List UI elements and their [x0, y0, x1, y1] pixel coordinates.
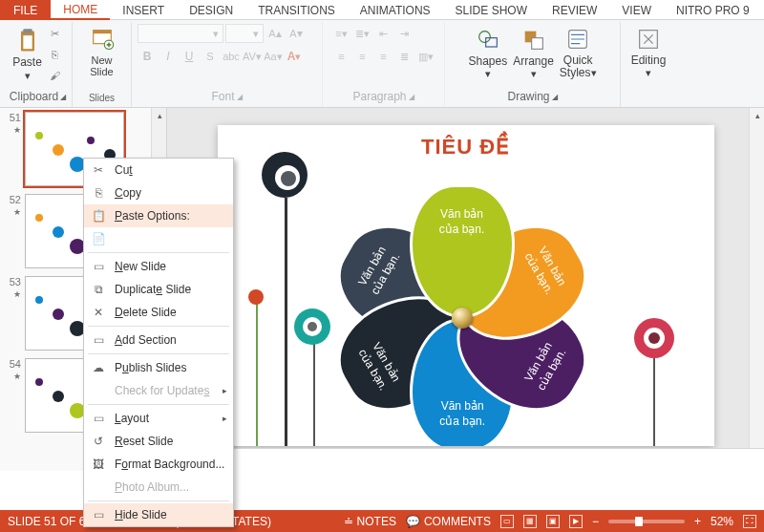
- cut-button[interactable]: ✂: [46, 24, 65, 43]
- context-reset-slide[interactable]: ↺Reset Slide: [84, 430, 233, 453]
- shadow-button[interactable]: abc: [222, 47, 241, 66]
- paste-button[interactable]: Paste▾: [11, 26, 44, 82]
- ribbon: Paste▾ ✂ ⎘ 🖌 Clipboard ◢ New Slide Slide…: [0, 20, 764, 108]
- context-new-slide[interactable]: ▭New Slide: [84, 255, 233, 278]
- justify-button[interactable]: ≣: [395, 47, 414, 66]
- menu-label: Duplicate Slide: [115, 283, 227, 296]
- deco-stem: [285, 198, 287, 446]
- bullets-button[interactable]: ≡▾: [332, 24, 351, 43]
- view-normal-button[interactable]: ▭: [500, 515, 514, 528]
- view-sorter-button[interactable]: ▦: [523, 515, 537, 528]
- tab-animations[interactable]: ANIMATIONS: [348, 0, 443, 20]
- numbering-button[interactable]: ≣▾: [353, 24, 372, 43]
- view-reading-button[interactable]: ▣: [546, 515, 560, 528]
- petal: Văn bảncủa bạn.: [410, 184, 515, 318]
- thumb-animation-star-icon: ★: [13, 372, 21, 381]
- slide-position[interactable]: SLIDE 51 OF 61: [8, 515, 92, 528]
- zoom-out-button[interactable]: −: [592, 515, 599, 528]
- context-duplicate-slide[interactable]: ⧉Duplicate Slide: [84, 278, 233, 301]
- menu-icon: ▭: [90, 331, 107, 349]
- align-center-button[interactable]: ≡: [353, 47, 372, 66]
- context-publish-slides[interactable]: ☁Publish Slides: [84, 356, 233, 379]
- tab-view[interactable]: VIEW: [609, 0, 664, 20]
- font-color-button[interactable]: A▾: [285, 47, 304, 66]
- editing-button[interactable]: Editing▾: [629, 24, 668, 80]
- tab-insert[interactable]: INSERT: [110, 0, 177, 20]
- group-label-drawing: Drawing ◢: [507, 88, 557, 105]
- tab-review[interactable]: REVIEW: [540, 0, 609, 20]
- group-label-paragraph: Paragraph ◢: [352, 88, 414, 105]
- scroll-up-button[interactable]: ▴: [152, 108, 167, 123]
- menu-icon: 📄: [90, 230, 107, 247]
- tab-design[interactable]: DESIGN: [177, 0, 245, 20]
- tab-nitro-pro-9[interactable]: NITRO PRO 9: [664, 0, 762, 20]
- slide-vscrollbar[interactable]: ▴ ▾: [749, 108, 764, 471]
- context-format-background[interactable]: 🖼Format Background...: [84, 453, 233, 476]
- notes-button[interactable]: ≐ NOTES: [344, 515, 396, 528]
- spacing-button[interactable]: AV▾: [243, 47, 262, 66]
- fit-button[interactable]: ⛶: [743, 515, 756, 528]
- group-label-clipboard: Clipboard ◢: [10, 88, 66, 105]
- menu-label: Photo Album...: [115, 480, 227, 494]
- menu-label: Paste Options:: [115, 209, 227, 223]
- svg-rect-2: [23, 36, 32, 50]
- context-copy[interactable]: ⎘Copy: [84, 181, 233, 204]
- font-family-select[interactable]: ▾: [138, 24, 223, 43]
- menu-icon: 🖼: [90, 456, 107, 473]
- petal-text: Văn bảncủa bạn.: [439, 399, 485, 429]
- zoom-level[interactable]: 52%: [711, 515, 733, 528]
- zoom-slider[interactable]: [608, 520, 685, 523]
- shapes-button[interactable]: Shapes▾: [466, 25, 509, 81]
- bold-button[interactable]: B: [138, 47, 157, 66]
- context-delete-slide[interactable]: ✕Delete Slide: [84, 301, 233, 324]
- grow-font-button[interactable]: A▴: [265, 24, 285, 43]
- copy-button[interactable]: ⎘: [46, 45, 65, 64]
- vscroll-up[interactable]: ▴: [750, 108, 764, 123]
- deco-flower-red: [248, 289, 264, 305]
- menu-icon: [90, 382, 107, 399]
- align-right-button[interactable]: ≡: [374, 47, 393, 66]
- columns-button[interactable]: ▥▾: [416, 47, 435, 66]
- align-left-button[interactable]: ≡: [332, 47, 351, 66]
- comments-button[interactable]: 💬 COMMENTS: [406, 515, 491, 528]
- case-button[interactable]: Aa▾: [264, 47, 283, 66]
- context-layout[interactable]: ▭Layout▸: [84, 407, 233, 430]
- menu-icon: [90, 479, 107, 496]
- italic-button[interactable]: I: [159, 47, 178, 66]
- arrange-button[interactable]: Arrange▾: [511, 25, 556, 81]
- strike-button[interactable]: S: [201, 47, 220, 66]
- zoom-in-button[interactable]: +: [694, 515, 701, 528]
- context-check-for-updates: Check for Updates▸: [84, 379, 233, 402]
- menu-icon: ▭: [90, 410, 107, 427]
- slide-canvas[interactable]: TIÊU ĐỀ Văn bảncủa bạn.Văn bảncủa bạn.Vă…: [218, 125, 714, 446]
- quick-styles-button[interactable]: Quick Styles▾: [558, 24, 599, 81]
- format-painter-button[interactable]: 🖌: [46, 66, 65, 85]
- svg-rect-9: [531, 37, 542, 49]
- view-slideshow-button[interactable]: ▶: [569, 515, 583, 528]
- indent-inc-button[interactable]: ⇥: [395, 24, 414, 43]
- context-paste-option[interactable]: 📄: [84, 227, 233, 250]
- new-slide-button[interactable]: New Slide: [87, 24, 117, 79]
- thumb-number: 53: [8, 276, 21, 287]
- shrink-font-button[interactable]: A▾: [286, 24, 306, 43]
- context-cut[interactable]: ✂Cut: [84, 159, 233, 181]
- font-size-select[interactable]: ▾: [225, 24, 264, 43]
- menu-label: Add Section: [115, 333, 227, 347]
- notes-pane[interactable]: dd notes: [167, 448, 764, 471]
- deco-ball-dark: [262, 152, 308, 198]
- submenu-arrow-icon: ▸: [223, 414, 227, 423]
- underline-button[interactable]: U: [180, 47, 199, 66]
- indent-dec-button[interactable]: ⇤: [374, 24, 393, 43]
- context-paste-options[interactable]: 📋Paste Options:: [84, 204, 233, 227]
- menu-icon: ▭: [90, 506, 107, 523]
- menu-label: Copy: [115, 186, 227, 200]
- group-label-font: Font ◢: [211, 88, 242, 105]
- tab-transitions[interactable]: TRANSITIONS: [245, 0, 348, 20]
- thumb-animation-star-icon: ★: [13, 289, 21, 299]
- svg-rect-4: [93, 31, 111, 34]
- tab-slide-show[interactable]: SLIDE SHOW: [443, 0, 540, 20]
- tab-home[interactable]: HOME: [51, 0, 110, 20]
- context-hide-slide[interactable]: ▭Hide Slide: [84, 503, 233, 526]
- context-add-section[interactable]: ▭Add Section: [84, 329, 233, 351]
- file-tab[interactable]: FILE: [0, 0, 51, 20]
